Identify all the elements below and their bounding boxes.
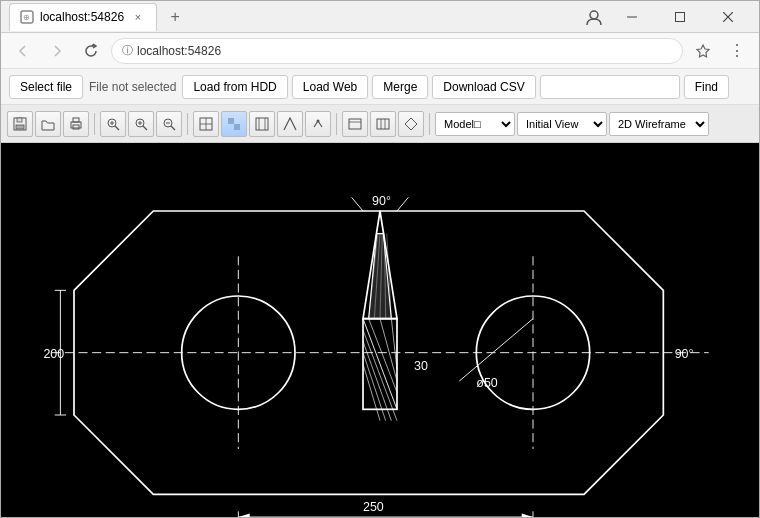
cad-sep-1: [94, 113, 95, 135]
load-web-button[interactable]: Load Web: [292, 75, 369, 99]
view-select[interactable]: Initial View: [517, 112, 607, 136]
svg-rect-36: [377, 119, 389, 129]
svg-rect-10: [17, 118, 22, 122]
cad-zoom-window-button[interactable]: [100, 111, 126, 137]
find-button[interactable]: Find: [684, 75, 729, 99]
svg-marker-76: [238, 514, 249, 517]
svg-point-33: [317, 119, 320, 122]
cad-view-btn4[interactable]: [277, 111, 303, 137]
cad-drawing: 90° 30 ø50 200 90° 250: [1, 143, 759, 517]
svg-rect-3: [627, 16, 637, 17]
secure-icon: ⓘ: [122, 43, 133, 58]
svg-text:30: 30: [414, 359, 428, 373]
window-frame: ⊕ localhost:54826 × +: [0, 0, 760, 518]
cad-view-btn5[interactable]: [305, 111, 331, 137]
svg-point-2: [590, 11, 598, 19]
merge-button[interactable]: Merge: [372, 75, 428, 99]
url-display: localhost:54826: [137, 44, 221, 58]
svg-line-49: [363, 353, 386, 421]
cad-sep-3: [336, 113, 337, 135]
load-hdd-button[interactable]: Load from HDD: [182, 75, 287, 99]
svg-text:90°: 90°: [372, 194, 391, 208]
cad-open-button[interactable]: [35, 111, 61, 137]
svg-line-63: [397, 197, 408, 211]
svg-line-66: [459, 319, 533, 381]
close-button[interactable]: [705, 1, 751, 33]
model-select[interactable]: Model□: [435, 112, 515, 136]
minimize-button[interactable]: [609, 1, 655, 33]
svg-text:200: 200: [43, 347, 64, 361]
download-csv-button[interactable]: Download CSV: [432, 75, 535, 99]
title-bar: ⊕ localhost:54826 × +: [1, 1, 759, 33]
shading-select[interactable]: 2D Wireframe: [609, 112, 709, 136]
cad-zoom-out-button[interactable]: [156, 111, 182, 137]
back-button[interactable]: [9, 37, 37, 65]
cad-zoom-in-button[interactable]: [128, 111, 154, 137]
svg-line-19: [143, 126, 147, 130]
browser-menu-button[interactable]: ⋮: [723, 37, 751, 65]
svg-line-23: [171, 126, 175, 130]
svg-rect-28: [228, 118, 234, 124]
cad-tool-btn3[interactable]: [398, 111, 424, 137]
cad-print-button[interactable]: [63, 111, 89, 137]
forward-button[interactable]: [43, 37, 71, 65]
canvas-area[interactable]: 90° 30 ø50 200 90° 250: [1, 143, 759, 517]
address-bar: ⓘ localhost:54826 ⋮: [1, 33, 759, 69]
cad-sep-2: [187, 113, 188, 135]
svg-text:⊕: ⊕: [23, 13, 30, 22]
main-toolbar: Select file File not selected Load from …: [1, 69, 759, 105]
search-input[interactable]: [540, 75, 680, 99]
cad-tool-btn2[interactable]: [370, 111, 396, 137]
select-file-button[interactable]: Select file: [9, 75, 83, 99]
bookmark-button[interactable]: [689, 37, 717, 65]
svg-rect-12: [73, 118, 79, 122]
tab-title: localhost:54826: [40, 10, 124, 24]
file-status-label: File not selected: [87, 80, 178, 94]
cad-sep-4: [429, 113, 430, 135]
svg-rect-29: [234, 124, 240, 130]
window-controls: [609, 1, 751, 33]
svg-marker-77: [522, 514, 533, 517]
svg-line-47: [363, 330, 397, 421]
reload-button[interactable]: [77, 37, 105, 65]
svg-text:ø50: ø50: [476, 376, 498, 390]
svg-line-15: [115, 126, 119, 130]
svg-text:90°: 90°: [675, 347, 694, 361]
cad-save-button[interactable]: [7, 111, 33, 137]
cad-view-btn1[interactable]: [193, 111, 219, 137]
new-tab-button[interactable]: +: [163, 5, 187, 29]
cad-view-btn2[interactable]: [221, 111, 247, 137]
cad-tool-btn1[interactable]: [342, 111, 368, 137]
tab-favicon: ⊕: [20, 10, 34, 24]
svg-rect-9: [16, 125, 24, 129]
address-input[interactable]: ⓘ localhost:54826: [111, 38, 683, 64]
tab-close-button[interactable]: ×: [130, 9, 146, 25]
maximize-button[interactable]: [657, 1, 703, 33]
svg-rect-4: [676, 12, 685, 21]
cad-toolbar: Model□ Initial View 2D Wireframe: [1, 105, 759, 143]
browser-tab[interactable]: ⊕ localhost:54826 ×: [9, 3, 157, 31]
svg-rect-30: [256, 118, 268, 130]
svg-line-62: [352, 197, 363, 211]
cad-view-btn3[interactable]: [249, 111, 275, 137]
svg-rect-34: [349, 119, 361, 129]
svg-text:250: 250: [363, 500, 384, 514]
title-bar-left: ⊕ localhost:54826 × +: [9, 3, 579, 31]
svg-line-50: [363, 364, 380, 421]
svg-marker-7: [697, 45, 709, 57]
profile-button[interactable]: [579, 2, 609, 32]
